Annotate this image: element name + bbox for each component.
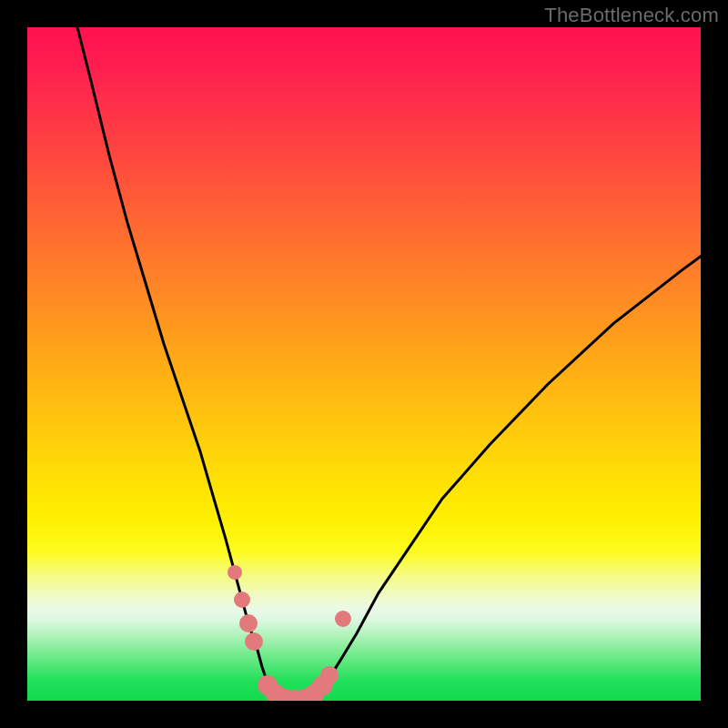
marker-dot: [234, 592, 250, 608]
plot-area: [27, 27, 701, 701]
marker-layer: [27, 27, 701, 701]
chart-frame: TheBottleneck.com: [0, 0, 728, 728]
marker-dot: [239, 614, 258, 632]
watermark-text: TheBottleneck.com: [544, 4, 719, 27]
marker-dot: [228, 565, 242, 580]
marker-dot: [320, 666, 339, 684]
marker-dot: [335, 611, 351, 627]
marker-dot: [245, 632, 263, 651]
